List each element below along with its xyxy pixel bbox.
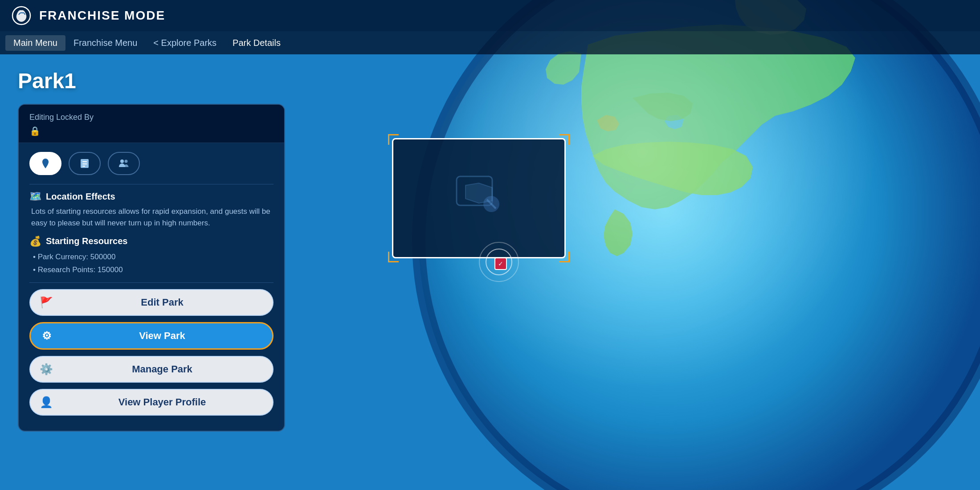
location-effects-icon: 🗺️ [29, 191, 41, 202]
pin-circle-inner [486, 249, 512, 275]
edit-park-button[interactable]: 🚩 Edit Park [29, 289, 274, 316]
svg-point-10 [120, 159, 124, 163]
manage-park-icon: ⚙️ [39, 363, 53, 376]
view-player-icon: 👤 [39, 396, 53, 408]
view-player-profile-button[interactable]: 👤 View Player Profile [29, 389, 274, 416]
resource-item-currency: Park Currency: 500000 [33, 251, 274, 264]
franchise-logo [11, 5, 32, 26]
location-effects-text: Lots of starting resources allows for ra… [29, 206, 274, 229]
map-preview-panel [392, 138, 566, 258]
tab-players[interactable] [108, 152, 140, 175]
svg-point-11 [125, 160, 128, 163]
app-title: FRANCHISE MODE [39, 8, 165, 23]
breadcrumb-franchise-menu[interactable]: Franchise Menu [65, 35, 145, 51]
starting-resources-icon: 💰 [29, 236, 41, 247]
starting-resources-title: 💰 Starting Resources [29, 236, 274, 247]
tab-details[interactable] [69, 152, 101, 175]
breadcrumb-explore-parks[interactable]: < Explore Parks [145, 35, 225, 51]
starting-resources-list: Park Currency: 500000 Research Points: 1… [29, 251, 274, 277]
view-park-button[interactable]: ⚙ View Park [29, 322, 274, 350]
globe-background [223, 0, 980, 490]
map-preview-icon [452, 172, 506, 225]
breadcrumb-park-details: Park Details [225, 35, 289, 51]
starting-resources-section: 💰 Starting Resources Park Currency: 5000… [29, 236, 274, 277]
svg-point-5 [44, 161, 47, 163]
map-location-pin: ✓ [494, 257, 507, 270]
location-effects-title: 🗺️ Location Effects [29, 191, 274, 202]
park-panel: Editing Locked By 🔒 [18, 104, 285, 432]
main-content: Park1 Editing Locked By 🔒 [0, 54, 312, 446]
park-title: Park1 [18, 69, 294, 93]
tab-row [29, 152, 274, 175]
panel-header: Editing Locked By 🔒 [19, 105, 284, 143]
edit-park-icon: 🚩 [39, 296, 53, 309]
view-park-icon: ⚙ [40, 330, 54, 342]
divider-bottom [29, 282, 274, 283]
manage-park-button[interactable]: ⚙️ Manage Park [29, 356, 274, 383]
header: FRANCHISE MODE [0, 0, 980, 31]
panel-body: 🗺️ Location Effects Lots of starting res… [19, 143, 284, 431]
breadcrumb: Main Menu Franchise Menu < Explore Parks… [0, 31, 980, 54]
resource-item-research: Research Points: 150000 [33, 264, 274, 277]
location-effects-section: 🗺️ Location Effects Lots of starting res… [29, 191, 274, 229]
editing-locked-label: Editing Locked By [29, 113, 274, 122]
breadcrumb-main-menu[interactable]: Main Menu [5, 35, 65, 51]
tab-location[interactable] [29, 152, 61, 175]
lock-icon: 🔒 [29, 126, 274, 136]
divider-top [29, 184, 274, 184]
